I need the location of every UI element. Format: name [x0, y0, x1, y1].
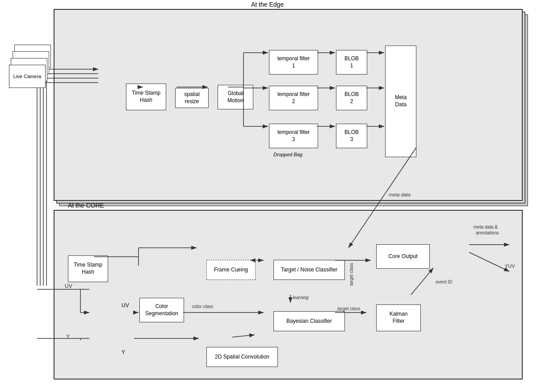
y-label: Y [122, 349, 125, 355]
core-label: At the CORE [68, 202, 104, 209]
temporal-filter-3-label: temporal filter3 [277, 129, 310, 143]
blob-1-box: BLOB1 [336, 50, 367, 75]
live-camera-box: Live Camera [9, 65, 46, 88]
spatial-resize-box: spatialresize [175, 88, 209, 108]
global-motion-box: GlobalMotion [218, 85, 253, 109]
global-motion-label: GlobalMotion [227, 90, 243, 104]
temporal-filter-2-box: temporal filter2 [269, 86, 318, 110]
edge-section: At the Edge Time StampHash spatialresize… [54, 9, 523, 201]
kalman-filter-box: KalmanFilter [376, 304, 421, 331]
meta-data-box: MetaData [385, 46, 416, 157]
color-seg-label: ColorSegmentation [145, 303, 178, 317]
blob-1-label: BLOB1 [344, 55, 359, 69]
temporal-filter-1-box: temporal filter1 [269, 50, 318, 75]
temporal-filter-3-box: temporal filter3 [269, 124, 318, 148]
blob-2-box: BLOB2 [336, 86, 367, 110]
blob-3-box: BLOB3 [336, 124, 367, 148]
target-noise-label: Target / Noise Classifier [281, 267, 338, 274]
core-output-box: Core Output [376, 244, 430, 269]
temporal-filter-1-label: temporal filter1 [277, 55, 310, 69]
meta-data-label: MetaData [395, 94, 407, 108]
dropped-bag-label: Dropped Bag [273, 152, 302, 157]
edge-label: At the Edge [251, 1, 284, 8]
core-timestamp-label: Time StampHash [74, 262, 102, 275]
temporal-filter-2-label: temporal filter2 [277, 91, 310, 105]
edge-timestamp-label: Time StampHash [132, 90, 160, 104]
frame-cueing-box: Frame Cueing [206, 260, 256, 280]
core-section: At the CORE Time StampHash ColorSegmenta… [54, 210, 523, 379]
uv-label: UV [122, 302, 129, 309]
bayesian-box: Bayesian Classifier [273, 311, 345, 331]
bayesian-label: Bayesian Classifier [286, 318, 332, 325]
live-camera-label: Live Camera [13, 74, 41, 79]
core-timestamp-box: Time StampHash [68, 255, 108, 282]
spatial-resize-label: spatialresize [184, 91, 200, 105]
frame-cueing-label: Frame Cueing [214, 267, 248, 274]
edge-timestamp-box: Time StampHash [126, 83, 166, 110]
kalman-filter-label: KalmanFilter [390, 311, 408, 325]
blob-3-label: BLOB3 [344, 129, 359, 143]
blob-2-label: BLOB2 [344, 91, 359, 105]
spatial-conv-label: 2D Spatial Convolution [215, 354, 269, 361]
color-seg-box: ColorSegmentation [139, 298, 184, 322]
core-output-label: Core Output [388, 253, 417, 260]
spatial-conv-box: 2D Spatial Convolution [206, 347, 278, 367]
target-noise-box: Target / Noise Classifier [273, 260, 345, 280]
